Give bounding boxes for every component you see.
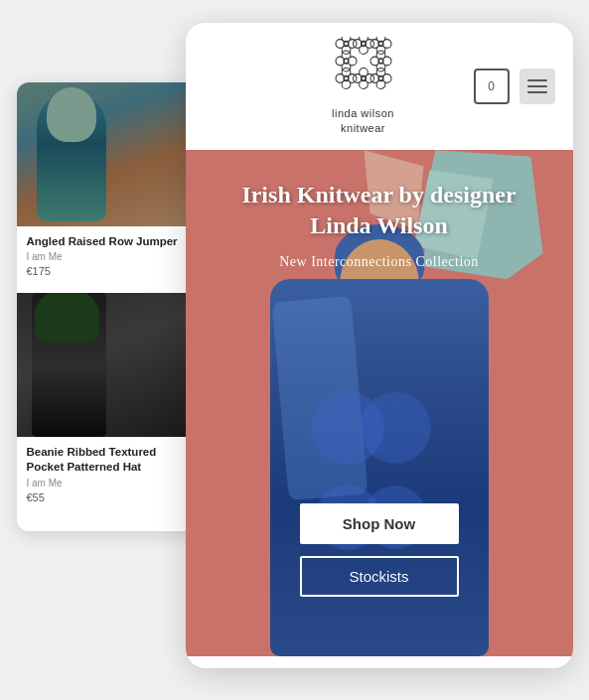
product-name-2: Beanie Ribbed Textured Pocket Patterned … (27, 445, 191, 475)
hero-overlay: Irish Knitwear by designer Linda Wilson … (186, 150, 573, 656)
product-image-2 (17, 293, 201, 437)
scene: Angled Raised Row Jumper I am Me €175 Be… (17, 23, 573, 678)
menu-bar-1 (527, 79, 547, 81)
hero-title: Irish Knitwear by designer Linda Wilson (186, 180, 573, 241)
product-price-2: €55 (27, 491, 191, 503)
hero-section: Irish Knitwear by designer Linda Wilson … (186, 150, 573, 656)
menu-button[interactable] (519, 69, 555, 104)
hero-subtitle: New Interconnections Collection (279, 254, 479, 270)
product-name-1: Angled Raised Row Jumper (27, 234, 191, 249)
menu-bar-2 (527, 85, 547, 87)
menu-bar-3 (527, 91, 547, 93)
cart-button[interactable]: 0 (474, 69, 510, 104)
stockists-button[interactable]: Stockists (300, 556, 459, 597)
product-info-1: Angled Raised Row Jumper I am Me €175 (17, 226, 201, 278)
product-item-2[interactable]: Beanie Ribbed Textured Pocket Patterned … (17, 293, 201, 515)
product-price-1: €175 (27, 265, 191, 277)
logo-icon (329, 37, 398, 106)
shop-now-button[interactable]: Shop Now (300, 503, 459, 544)
product-brand-1: I am Me (27, 251, 191, 262)
product-image-1 (17, 82, 201, 226)
hero-buttons: Shop Now Stockists (300, 503, 459, 597)
product-info-2: Beanie Ribbed Textured Pocket Patterned … (17, 437, 201, 503)
header-icons: 0 (474, 69, 555, 104)
tablet-header: linda wilsonknitwear 0 (186, 23, 573, 151)
left-product-card: Angled Raised Row Jumper I am Me €175 Be… (17, 82, 201, 532)
main-tablet: linda wilsonknitwear 0 (186, 23, 573, 668)
brand-name: linda wilsonknitwear (332, 106, 394, 137)
cart-count: 0 (488, 79, 495, 93)
product-brand-2: I am Me (27, 478, 191, 489)
logo-area: linda wilsonknitwear (253, 37, 474, 137)
product-item-1[interactable]: Angled Raised Row Jumper I am Me €175 (17, 82, 201, 290)
